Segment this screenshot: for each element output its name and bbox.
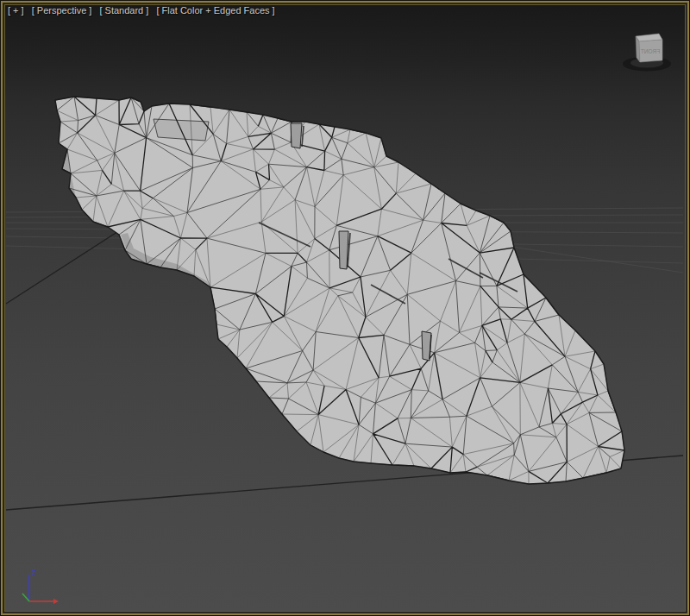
view-cube-face-label: FRONT bbox=[641, 48, 660, 54]
y-axis-line bbox=[22, 594, 29, 601]
viewport-general-menu[interactable]: [ + ] bbox=[8, 5, 24, 16]
mesh-crevice bbox=[291, 123, 302, 148]
viewport-canvas[interactable]: FRONT z bbox=[0, 0, 690, 616]
viewport-pov-menu[interactable]: [ Perspective ] bbox=[32, 5, 92, 16]
mesh-crevice bbox=[339, 231, 348, 269]
view-cube[interactable]: FRONT bbox=[623, 34, 671, 72]
mesh-crease-line bbox=[201, 293, 204, 330]
mesh-crease-line bbox=[207, 299, 210, 336]
x-axis-arrow-icon bbox=[53, 599, 59, 604]
mesh-crease-line bbox=[197, 288, 198, 317]
rock-mesh-object[interactable] bbox=[55, 97, 624, 484]
viewport-label-bar: [ + ] [ Perspective ] [ Standard ] [ Fla… bbox=[8, 5, 280, 16]
z-axis-label: z bbox=[32, 568, 36, 576]
viewport-shading-menu[interactable]: [ Flat Color + Edged Faces ] bbox=[156, 5, 274, 16]
world-axis-tripod: z bbox=[22, 568, 59, 604]
viewport-renderer-menu[interactable]: [ Standard ] bbox=[99, 5, 148, 16]
